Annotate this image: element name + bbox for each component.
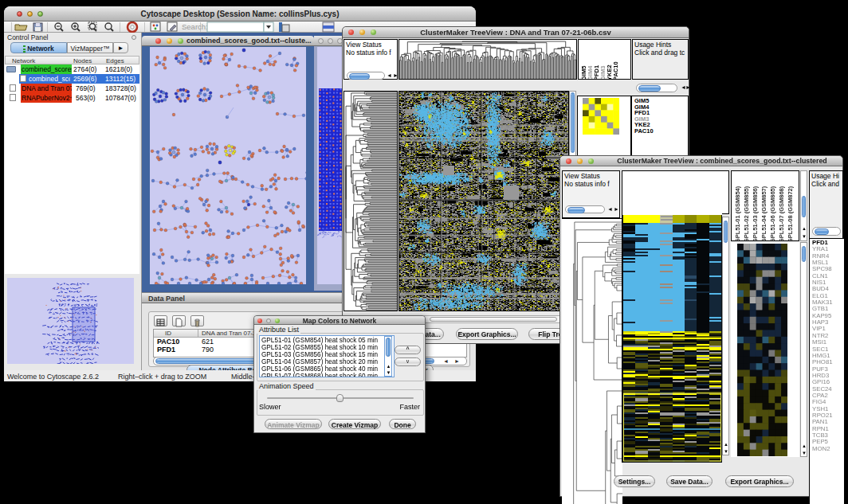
- svg-text:Search:: Search:: [182, 22, 208, 31]
